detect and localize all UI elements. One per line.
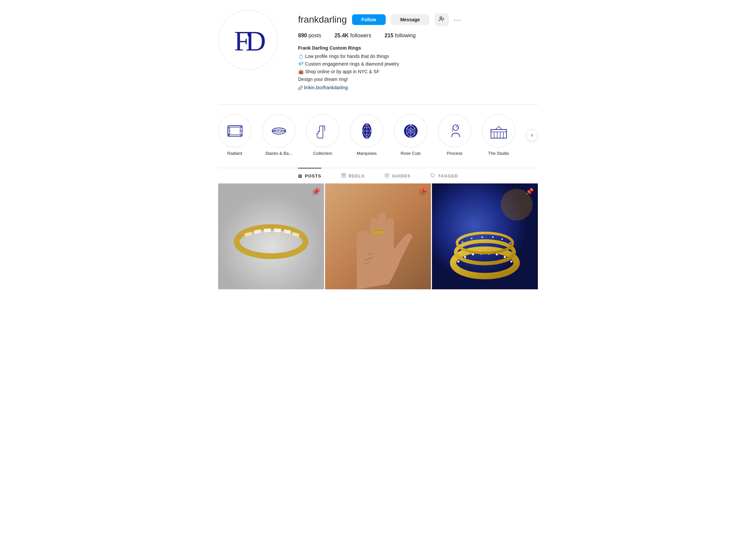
svg-rect-53 [491, 129, 506, 132]
tab-tagged[interactable]: TAGGED [431, 168, 458, 183]
guides-icon [385, 173, 389, 179]
tab-reels-label: REELS [349, 173, 365, 178]
bio-line2: 💎 Custom engagement rings & diamond jewe… [298, 61, 538, 68]
posts-grid: 📌 � [218, 183, 538, 289]
story-marquises-label: Marquises [357, 151, 377, 156]
tab-tagged-label: TAGGED [438, 173, 458, 178]
story-rose-cuts-label: Rose Cuts [401, 151, 421, 156]
svg-point-92 [504, 256, 506, 258]
svg-point-60 [342, 174, 343, 175]
stats-row: 890 posts 25.4K followers 215 following [298, 33, 538, 39]
message-button[interactable]: Message [391, 14, 429, 25]
stories-section: Radiant Stack [218, 105, 538, 168]
story-radiant-label: Radiant [227, 151, 242, 156]
bio-line1: 💍 Low profile rings for hands that do th… [298, 53, 538, 60]
tab-posts-label: POSTS [305, 173, 321, 178]
svg-point-97 [471, 238, 473, 239]
svg-point-98 [482, 236, 483, 238]
svg-rect-76 [372, 231, 384, 235]
tabs-section: ⊞ POSTS REELS GUIDES TAGGED [218, 168, 538, 183]
story-collection-label: Collection [313, 151, 332, 156]
bio-line4: Design your dream ring! [298, 76, 538, 83]
posts-icon: ⊞ [298, 173, 302, 179]
profile-header: F D frankdarling Follow Message ··· [218, 10, 538, 91]
bio-link[interactable]: linkin.bio/frankdarling [298, 84, 538, 91]
bio-name: Frank Darling Custom Rings [298, 45, 538, 52]
svg-point-2 [440, 17, 442, 19]
story-stacks[interactable]: Stacks & Ba... [262, 114, 295, 156]
svg-point-96 [462, 241, 463, 243]
profile-info: frankdarling Follow Message ··· 890 post… [298, 10, 538, 91]
add-person-button[interactable] [435, 13, 449, 26]
svg-point-101 [509, 242, 511, 244]
reels-icon [341, 173, 346, 179]
story-collection[interactable]: Collection [306, 114, 339, 156]
bio-section: Frank Darling Custom Rings 💍 Low profile… [298, 45, 538, 91]
story-stacks-label: Stacks & Ba... [265, 151, 292, 156]
svg-text:D: D [245, 25, 266, 57]
story-radiant[interactable]: Radiant [218, 114, 251, 156]
svg-rect-58 [342, 173, 346, 177]
svg-line-51 [452, 130, 453, 132]
story-rose-cuts[interactable]: Rose Cuts [394, 114, 427, 156]
svg-point-87 [464, 256, 466, 258]
svg-point-88 [472, 253, 474, 255]
story-studio[interactable]: The Studio [482, 114, 515, 156]
post-pin-icon-2: 📌 [419, 187, 427, 195]
tab-guides-label: GUIDES [392, 173, 411, 178]
tagged-icon [431, 173, 435, 179]
post-cell-3[interactable]: 📌 [432, 183, 538, 289]
svg-rect-72 [274, 228, 281, 233]
stories-list: Radiant Stack [218, 114, 538, 158]
followers-stat: 25.4K followers [334, 33, 371, 39]
story-process-label: Process [447, 151, 463, 156]
svg-point-100 [501, 238, 503, 240]
story-process[interactable]: Process [438, 114, 471, 156]
more-button[interactable]: ··· [454, 16, 462, 24]
svg-rect-71 [263, 228, 271, 233]
follow-button[interactable]: Follow [352, 14, 385, 25]
username: frankdarling [298, 14, 347, 25]
svg-point-91 [496, 253, 498, 255]
svg-point-86 [457, 260, 459, 262]
profile-name-row: frankdarling Follow Message ··· [298, 13, 538, 26]
stories-next-button[interactable]: › [526, 129, 538, 141]
post-pin-icon-1: 📌 [312, 187, 320, 195]
svg-point-99 [492, 236, 494, 238]
tab-reels[interactable]: REELS [341, 168, 365, 183]
tab-posts[interactable]: ⊞ POSTS [298, 168, 321, 183]
story-studio-label: The Studio [488, 151, 509, 156]
svg-rect-6 [229, 127, 240, 134]
post-pin-icon-3: 📌 [526, 187, 534, 195]
svg-rect-52 [491, 129, 506, 138]
avatar: F D [218, 10, 278, 70]
svg-point-93 [510, 260, 512, 262]
story-marquises[interactable]: Marquises [350, 114, 383, 156]
svg-point-26 [272, 128, 286, 134]
posts-stat: 890 posts [298, 33, 321, 39]
post-cell-1[interactable]: 📌 [218, 183, 324, 289]
svg-point-61 [344, 174, 345, 175]
bio-link-text: linkin.bio/frankdarling [304, 84, 348, 91]
post-cell-2[interactable]: 📌 [325, 183, 431, 289]
tab-guides[interactable]: GUIDES [385, 168, 411, 183]
svg-rect-67 [218, 183, 324, 289]
bio-line3: 👜 Shop online or by appt in NYC & SF [298, 68, 538, 75]
following-stat: 215 following [385, 33, 416, 39]
